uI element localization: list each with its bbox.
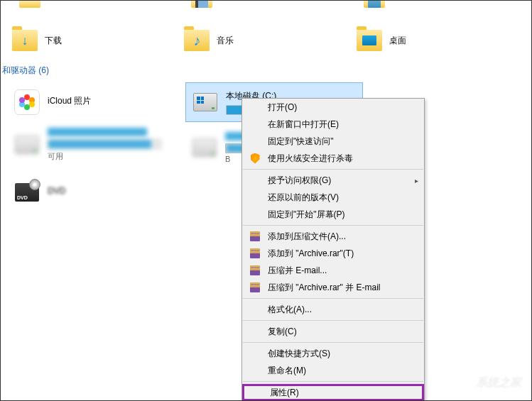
rar-icon (249, 231, 261, 242)
drive-icloud-photos[interactable]: iCloud 照片 (8, 82, 185, 122)
menu-item-label: 固定到"快速访问" (268, 136, 334, 148)
picture-icon (368, 1, 381, 8)
folder-downloads[interactable]: ↓ 下载 (8, 23, 180, 57)
folder-label: 下载 (45, 35, 62, 47)
folder-label: 桌面 (389, 35, 406, 47)
menu-item-label: 重命名(M) (268, 365, 306, 377)
hdd-icon (193, 93, 217, 111)
hdd-icon (15, 136, 39, 154)
menu-item[interactable]: 授予访问权限(G) (242, 172, 424, 189)
icloud-photos-icon (14, 89, 40, 115)
dvd-icon: DVD (15, 183, 39, 202)
menu-item[interactable]: 重命名(M) (242, 362, 424, 379)
menu-item-label: 格式化(A)... (268, 304, 312, 316)
menu-item-label: 添加到压缩文件(A)... (268, 231, 346, 243)
context-menu: 打开(O)在新窗口中打开(E)固定到"快速访问"使用火绒安全进行杀毒授予访问权限… (241, 98, 425, 401)
menu-item[interactable]: 还原以前的版本(V) (242, 189, 424, 206)
menu-item[interactable]: 使用火绒安全进行杀毒 (242, 150, 424, 167)
rar-icon (249, 265, 261, 276)
drive-label: iCloud 照片 (48, 95, 91, 107)
menu-item[interactable]: 打开(O) (242, 99, 424, 116)
folder-label: 音乐 (217, 35, 234, 47)
watermark-text: 系统之家 (476, 375, 521, 390)
menu-separator (243, 225, 423, 226)
menu-separator (243, 169, 423, 170)
drive-dvd[interactable]: DVD DVD (8, 173, 185, 212)
menu-item-label: 创建快捷方式(S) (268, 348, 330, 360)
windows-logo-icon (197, 97, 204, 104)
menu-item[interactable]: 复制(C) (242, 323, 424, 340)
hdd-icon (192, 138, 217, 157)
drive-label (48, 128, 147, 136)
music-icon: ♪ (193, 33, 200, 49)
menu-item[interactable]: 格式化(A)... (242, 301, 424, 318)
menu-item-label: 压缩并 E-mail... (268, 265, 327, 277)
folders-row: ↓ 下载 ♪ 音乐 桌面 (1, 23, 531, 57)
menu-item-label: 属性(R) (270, 387, 299, 399)
menu-separator (243, 298, 423, 299)
shield-icon (249, 153, 261, 164)
drive-item[interactable]: 可用 (8, 122, 185, 167)
menu-item[interactable]: 创建快捷方式(S) (242, 345, 424, 362)
menu-separator (243, 320, 423, 321)
desktop-icon (362, 35, 376, 45)
video-icon (195, 1, 208, 8)
rar-icon (249, 248, 261, 259)
menu-item-label: 在新窗口中打开(E) (268, 119, 339, 131)
folder-desktop[interactable]: 桌面 (352, 23, 524, 57)
menu-item[interactable]: 压缩到 "Archive.rar" 并 E-mail (242, 279, 424, 296)
menu-item[interactable]: 添加到 "Archive.rar"(T) (242, 245, 424, 262)
menu-separator (243, 342, 423, 343)
menu-item-label: 打开(O) (268, 101, 297, 114)
folder-music[interactable]: ♪ 音乐 (180, 23, 352, 57)
watermark: 系统之家 (450, 373, 521, 392)
menu-separator (243, 381, 423, 382)
menu-item-label: 还原以前的版本(V) (268, 192, 339, 204)
download-icon: ↓ (22, 33, 28, 48)
drive-sub: 可用 (48, 151, 161, 162)
menu-item-label: 使用火绒安全进行杀毒 (268, 153, 353, 165)
drive-label: DVD (48, 186, 65, 196)
menu-item-label: 授予访问权限(G) (268, 175, 331, 187)
rar-icon (249, 282, 261, 293)
menu-item[interactable]: 属性(R) (242, 384, 424, 401)
capacity-bar (48, 139, 161, 149)
menu-item[interactable]: 添加到压缩文件(A)... (242, 228, 424, 245)
menu-item-label: 添加到 "Archive.rar"(T) (268, 248, 354, 260)
menu-item[interactable]: 固定到"快速访问" (242, 133, 424, 150)
menu-item[interactable]: 固定到"开始"屏幕(P) (242, 206, 424, 223)
section-drives-header: 和驱动器 (6) (1, 57, 531, 82)
menu-item[interactable]: 在新窗口中打开(E) (242, 116, 424, 133)
menu-item-label: 复制(C) (268, 326, 297, 338)
watermark-logo-icon (450, 373, 472, 392)
menu-item-label: 固定到"开始"屏幕(P) (268, 209, 345, 221)
menu-item-label: 压缩到 "Archive.rar" 并 E-mail (268, 282, 381, 294)
menu-item[interactable]: 压缩并 E-mail... (242, 262, 424, 279)
